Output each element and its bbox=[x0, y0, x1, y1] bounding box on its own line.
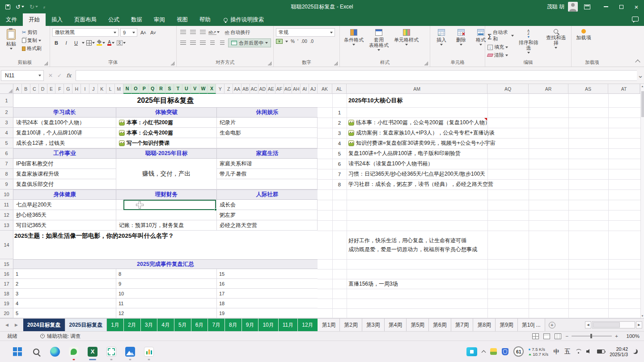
page-layout-view-button[interactable] bbox=[543, 333, 550, 339]
wrap-text-button[interactable]: ab自动换行 bbox=[225, 29, 250, 36]
list-item[interactable]: 7 习惯：日记365天/抄心经365天/七点早起200天/散步100天 bbox=[318, 169, 640, 179]
dialog-launcher-icon[interactable] bbox=[44, 62, 48, 65]
section-header-cell[interactable]: 身体健康 bbox=[13, 190, 116, 199]
tell-me-search[interactable]: 操作说明搜索 bbox=[224, 13, 264, 26]
ribbon-tab[interactable]: 视图 bbox=[171, 13, 194, 26]
goal-text-cell[interactable]: 学习社群：成长会，粥左罗，读书（经典），必经之路天空营 bbox=[348, 179, 493, 189]
security-shield-icon[interactable] bbox=[502, 348, 508, 355]
battery-icon[interactable] bbox=[597, 349, 605, 354]
scrollbar-thumb[interactable] bbox=[641, 91, 644, 117]
scroll-up-icon[interactable]: ▲ bbox=[641, 84, 644, 88]
goal-text-cell[interactable]: 习惯：日记365天/抄心经365天/七点早起200天/散步100天 bbox=[348, 169, 485, 179]
empty-cell[interactable] bbox=[21, 299, 116, 308]
cell[interactable]: 本事：公众号200篇 bbox=[116, 128, 217, 138]
ime-indicator[interactable]: 中 bbox=[553, 348, 559, 356]
row-index-cell[interactable]: 2 bbox=[332, 118, 347, 128]
network-speed-monitor[interactable]: 7.5 K/s 10.7 K/s bbox=[529, 347, 548, 357]
column-header[interactable]: Z bbox=[225, 84, 233, 94]
font-color-button[interactable]: A bbox=[107, 39, 115, 47]
align-right-button[interactable] bbox=[199, 39, 207, 47]
ribbon-tab[interactable]: 数据 bbox=[125, 13, 148, 26]
number-format-combo[interactable]: 常规 bbox=[276, 28, 335, 37]
sheet-tab[interactable]: 8月 bbox=[225, 319, 242, 331]
list-number[interactable]: 19 bbox=[217, 308, 225, 318]
cell[interactable]: 读书24本（复盘100个人物） bbox=[13, 118, 116, 128]
cell[interactable]: 带儿子暑假 bbox=[217, 169, 318, 179]
cell[interactable]: 复盘100讲，个人品牌100讲 bbox=[13, 128, 116, 138]
list-number[interactable]: 16 bbox=[217, 279, 225, 288]
column-header[interactable]: C bbox=[30, 84, 39, 94]
cell[interactable]: 成长会12讲，过钱关 bbox=[13, 138, 116, 148]
ribbon-tab[interactable]: 插入 bbox=[46, 13, 68, 26]
sheet-tab[interactable]: 第8周 bbox=[473, 319, 496, 331]
column-header[interactable]: T bbox=[174, 84, 182, 94]
row-header[interactable]: 2 bbox=[0, 107, 13, 118]
ribbon-tab[interactable]: 开始 bbox=[23, 13, 46, 26]
orientation-button[interactable]: ab↗ bbox=[208, 28, 220, 36]
empty-cell[interactable] bbox=[225, 269, 318, 278]
fill-color-button[interactable] bbox=[97, 39, 105, 47]
sheet-tab[interactable]: 9月 bbox=[242, 319, 259, 331]
row-header[interactable]: 11 bbox=[0, 200, 13, 210]
column-header[interactable]: AT bbox=[608, 84, 640, 94]
excel-taskbar-button[interactable]: X bbox=[87, 346, 98, 358]
row-header[interactable]: 9 bbox=[0, 179, 13, 189]
list-item[interactable]: 3 成功案例：复盘家族10人+IP3人），公众号专栏+直播访谈 bbox=[318, 128, 640, 138]
list-number[interactable]: 11 bbox=[116, 299, 124, 308]
table-row[interactable]: 3 10 17 bbox=[13, 289, 318, 299]
optimizer-ball[interactable]: 61 bbox=[513, 346, 524, 357]
sheet-tab[interactable]: 6月 bbox=[191, 319, 208, 331]
ribbon-tab[interactable]: 公式 bbox=[102, 13, 125, 26]
cell[interactable] bbox=[116, 210, 217, 220]
borders-button[interactable] bbox=[86, 39, 95, 47]
section-header-cell[interactable]: 理财财务 bbox=[116, 190, 217, 199]
list-item[interactable]: 1 bbox=[318, 107, 640, 118]
column-header[interactable]: AM bbox=[347, 84, 487, 94]
copy-button[interactable]: 复制 bbox=[22, 37, 42, 44]
column-header[interactable]: AL bbox=[332, 84, 347, 94]
yellow-tray-icon[interactable] bbox=[490, 348, 497, 355]
list-item[interactable]: 8 学习社群：成长会，粥左罗，读书（经典），必经之路天空营 bbox=[318, 179, 640, 189]
empty-cell[interactable] bbox=[21, 279, 116, 288]
goal-text-cell[interactable]: 成功案例：复盘家族10人+IP3人），公众号专栏+直播访谈 bbox=[348, 128, 494, 138]
column-header[interactable]: X bbox=[208, 84, 216, 94]
cell[interactable]: 七点早起200天 bbox=[13, 200, 116, 210]
list-number[interactable]: 9 bbox=[116, 279, 124, 288]
increase-decimal-button[interactable]: .00 bbox=[301, 39, 307, 44]
empty-cell[interactable] bbox=[225, 279, 318, 288]
sheet-tab[interactable]: 2024目标复盘 bbox=[23, 319, 65, 331]
font-name-combo[interactable]: 微软雅黑 bbox=[52, 28, 119, 37]
list-number[interactable]: 1 bbox=[13, 269, 21, 278]
ribbon-tab[interactable]: 帮助 bbox=[194, 13, 216, 26]
ribbon-tab[interactable]: 页面布局 bbox=[68, 13, 102, 26]
clock[interactable]: 20:42 2025/1/3 bbox=[610, 346, 628, 357]
insert-cells-button[interactable]: 插入 bbox=[432, 28, 450, 46]
empty-cell[interactable] bbox=[124, 308, 217, 318]
sheet-tab[interactable]: 第6周 bbox=[429, 319, 451, 331]
add-sheet-button[interactable]: + bbox=[545, 319, 559, 331]
cell[interactable]: 复盘俱乐部交付 bbox=[13, 179, 116, 189]
dialog-launcher-icon[interactable] bbox=[171, 62, 174, 65]
summary-title-cell[interactable]: 2025完成事件复盘汇总 bbox=[13, 259, 318, 269]
merge-center-button[interactable]: 合并后居中 bbox=[228, 38, 271, 47]
start-button[interactable] bbox=[12, 346, 23, 358]
cell[interactable]: 写日记365天 bbox=[13, 220, 116, 231]
list-number[interactable]: 8 bbox=[116, 269, 124, 278]
sheet-tab[interactable]: 11月 bbox=[279, 319, 298, 331]
cut-button[interactable]: ✂剪切 bbox=[22, 29, 42, 36]
cell[interactable]: 家庭关系和谐 bbox=[217, 159, 318, 169]
row-header[interactable]: 18 bbox=[0, 289, 13, 299]
row-index-cell[interactable]: 5 bbox=[332, 148, 347, 159]
column-header[interactable]: P bbox=[140, 84, 148, 94]
empty-cell[interactable] bbox=[21, 269, 116, 278]
wubi-indicator[interactable]: 五 bbox=[564, 348, 571, 356]
table-title[interactable]: 2025年目标&复盘 bbox=[13, 94, 318, 107]
list-number[interactable]: 17 bbox=[217, 289, 225, 298]
row-index-cell[interactable]: 3 bbox=[332, 128, 347, 138]
shrink-font-button[interactable]: A˅ bbox=[149, 29, 157, 37]
row-index-cell[interactable]: 8 bbox=[332, 179, 347, 189]
column-header[interactable]: AA bbox=[233, 84, 242, 94]
column-header[interactable]: AS bbox=[568, 84, 608, 94]
zoom-out-button[interactable]: − bbox=[566, 333, 569, 339]
cell[interactable] bbox=[217, 138, 318, 148]
